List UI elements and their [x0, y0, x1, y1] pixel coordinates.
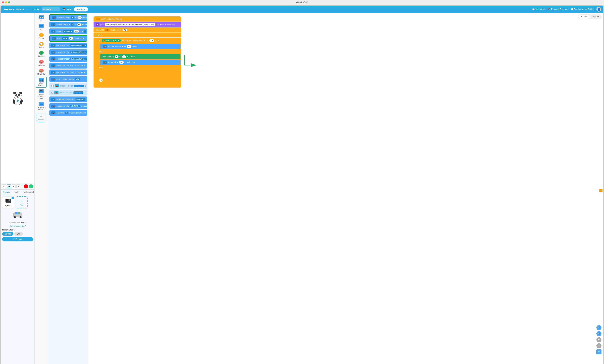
em1-dropdown-3[interactable]: (1) EM1 ▾ [70, 105, 80, 108]
cyberpi-device-card[interactable]: × CyberPi [2, 196, 14, 208]
window-controls[interactable] [2, 1, 10, 3]
category-variables[interactable]: 📦 Variables [36, 59, 47, 67]
block-reset-encoder-motor[interactable]: 🚗 reset encoder motor (1) EM1 ▾ [49, 97, 87, 102]
connect-button[interactable]: 🔗 Connect [2, 237, 33, 242]
wheel-dropdown-2[interactable]: left wheel(EM1) ▾ [70, 51, 87, 54]
setting-label: Setting [588, 8, 594, 11]
block-encoder-motor-speed-2[interactable]: 🚗 encoder motor (1) EM1 ▾ ↻ [49, 90, 87, 96]
direction-dropdown-2[interactable]: ▾ [71, 24, 74, 26]
em1-dropdown-2[interactable]: (1) EM1 ▾ [74, 91, 83, 94]
setting-button[interactable]: ⚙ Setting [585, 8, 594, 11]
publish-label: Publish [77, 8, 85, 11]
upload-mode-button[interactable]: Upload [2, 232, 13, 236]
category-control[interactable]: 🔄 Control [36, 41, 47, 49]
view-btn-grid[interactable]: ⊞ [7, 184, 11, 188]
view-btn-4grid[interactable]: ⊟ [16, 184, 20, 188]
forever-block[interactable]: forever [94, 33, 181, 37]
tab-devices[interactable]: Devices [1, 190, 12, 195]
direction-dropdown-1[interactable]: ▾ [71, 16, 74, 19]
device-remove-button[interactable]: × [12, 197, 14, 199]
zoom-out-icon: 🔍 [598, 332, 601, 335]
calibrate-dropdown[interactable]: ▾ [65, 112, 68, 114]
em1-dropdown-1[interactable]: (1) EM1 ▾ [74, 85, 84, 87]
checkbox-1[interactable] [51, 85, 54, 87]
info-icon: ⓘ [13, 229, 15, 231]
fit-button[interactable]: = [596, 349, 602, 354]
random-to-val: 2 [122, 55, 126, 58]
zoom-out-button[interactable]: 🔍 [596, 331, 602, 336]
feedback-button[interactable]: 💬 Feedback [571, 8, 583, 11]
extension-button[interactable]: + extension [37, 113, 46, 122]
checkbox-2[interactable] [51, 92, 53, 94]
publish-button[interactable]: Publish [74, 7, 88, 12]
nav-right: 📖 User Guide 📚 Example Programs 💬 Feedba… [532, 7, 601, 12]
stop-button[interactable] [24, 184, 28, 188]
category-my-blocks[interactable]: 🧩 My Blocks [36, 68, 47, 76]
tab-sprites[interactable]: Sprites [12, 190, 22, 195]
save-icon: 💾 [63, 8, 65, 11]
connect-link-icon: 🔗 [12, 238, 15, 241]
cyberpi-icon [5, 198, 11, 204]
save-button[interactable]: 💾 Save [62, 7, 73, 11]
how-to-link[interactable]: How to use device? [10, 225, 26, 227]
block-moves-forward-rpm-for[interactable]: 🚗 moves forward ▾ at 50 RPM fo [49, 14, 87, 21]
wheel-dropdown-1[interactable]: left wheel(EM1) ▾ [70, 44, 87, 47]
category-ai[interactable]: AI [36, 14, 47, 23]
category-operators[interactable]: ➕ Operators [36, 50, 47, 58]
project-name-input[interactable] [42, 7, 60, 11]
event-block[interactable]: ⚡ when CyberPi starts up [94, 16, 181, 22]
print-block[interactable]: ▣ print Make a loud sound (clap) to star… [94, 22, 181, 27]
block-encoder-motor-1[interactable]: 🚗 encoder motor left wheel(EM1) ▾ [49, 43, 87, 48]
minimize-button[interactable] [5, 1, 7, 3]
direction-dropdown-3[interactable]: forward ▾ [63, 30, 73, 33]
live-mode-button[interactable]: Live [14, 232, 23, 236]
category-iot[interactable]: IoT [36, 23, 47, 32]
maximize-button[interactable] [8, 1, 10, 3]
moves-forward-block[interactable]: 🚗 moves forward ▾ at 50 RPM [100, 44, 180, 49]
ultrasonic-dir-dropdown[interactable]: ▾ [118, 39, 119, 42]
category-ultrasonic[interactable]: Ultrasonic Sensor 2 [36, 101, 47, 112]
block-encoder-motor-3[interactable]: 🚗 encoder motor left wheel(EM1) ▾ [49, 56, 87, 62]
tab-background[interactable]: Background [22, 190, 34, 195]
turn-dir-dropdown[interactable]: left ▾ [62, 37, 68, 40]
block-encoder-motor-em1-rotates-1[interactable]: 🚗 encoder motor EM1 ↻ rotates at [49, 63, 87, 69]
block-encoder-motor-enable[interactable]: 🚗 encoder motor (1) EM1 ▾ enable [49, 103, 87, 109]
svg-rect-32 [40, 79, 42, 80]
block-encoder-motor-speed-1[interactable]: 🚗 encoder motor (1) EM1 ▾ 's [49, 83, 87, 89]
tab-blocks[interactable]: Blocks [579, 15, 590, 19]
zoom-in-button[interactable]: 🔍 [596, 325, 602, 330]
wheel-dropdown-3[interactable]: left wheel(EM1) ▾ [70, 58, 87, 60]
if-block[interactable]: if 📻 ultrasonic 2 1 ▾ distance to an obj… [97, 38, 181, 43]
block-moves-forward-rpm[interactable]: 🚗 moves forward ▾ at 50 RPM [49, 22, 87, 27]
cm-dropdown[interactable]: ▾ [84, 30, 86, 33]
undo-button[interactable]: ↩ [596, 337, 602, 342]
avatar[interactable]: 👤 [596, 7, 601, 12]
block-encoder-motor-2[interactable]: 🚗 encoder motor left wheel(EM1) ▾ [49, 49, 87, 55]
wait-block[interactable]: wait until 🎵 loudness > 75 [94, 27, 181, 33]
setting-icon: ⚙ [585, 8, 587, 11]
redo-button[interactable]: ↪ [596, 343, 602, 348]
user-guide-button[interactable]: 📖 User Guide [532, 8, 546, 11]
block-turns-left-until-done[interactable]: 🚗 turns left ▾ 90 ° until done [49, 35, 87, 42]
add-device-button[interactable]: + Add [16, 196, 28, 208]
reset-em1-dropdown[interactable]: (1) EM1 ▾ [76, 98, 85, 101]
block-moves-forward-cm[interactable]: 🚗 moves forward ▾ 100 cm ▾ [49, 28, 87, 34]
close-button[interactable] [2, 1, 4, 3]
pick-random-block[interactable]: pick random 1 to 2 = 1 then [100, 54, 180, 59]
stop-all-dropdown[interactable]: all ▾ [75, 78, 80, 81]
category-mbot2-chassis[interactable]: mBot2 Chassis [36, 77, 47, 88]
block-calibrate-chassis[interactable]: 🚗 calibrate ▾ chassis parameters [49, 110, 87, 116]
tab-python[interactable]: Python [590, 15, 602, 19]
category-events[interactable]: ⚡ Events [36, 32, 47, 40]
view-btn-list[interactable]: ≡ [12, 184, 16, 188]
block-stop-encoder-motor[interactable]: 🚗 stop encoder motor all ▾ [49, 76, 87, 82]
category-mbot2-ext[interactable]: mBot2 Extension Port [36, 88, 47, 101]
example-programs-button[interactable]: 📚 Example Programs [548, 8, 568, 11]
feedback-label: Feedback [574, 8, 583, 11]
go-button[interactable] [29, 184, 33, 188]
view-btn-expand[interactable]: ⊡ [2, 184, 6, 188]
file-button[interactable]: 🗂 File [31, 7, 40, 11]
refresh-button[interactable]: ↻ [25, 7, 30, 11]
turns-left-block[interactable]: 🚗 turns left ▾ 90 ° until done [100, 60, 180, 65]
block-encoder-motor-em1-rotates-2[interactable]: 🚗 encoder motor EM1 ↻ rotates at [49, 70, 87, 75]
